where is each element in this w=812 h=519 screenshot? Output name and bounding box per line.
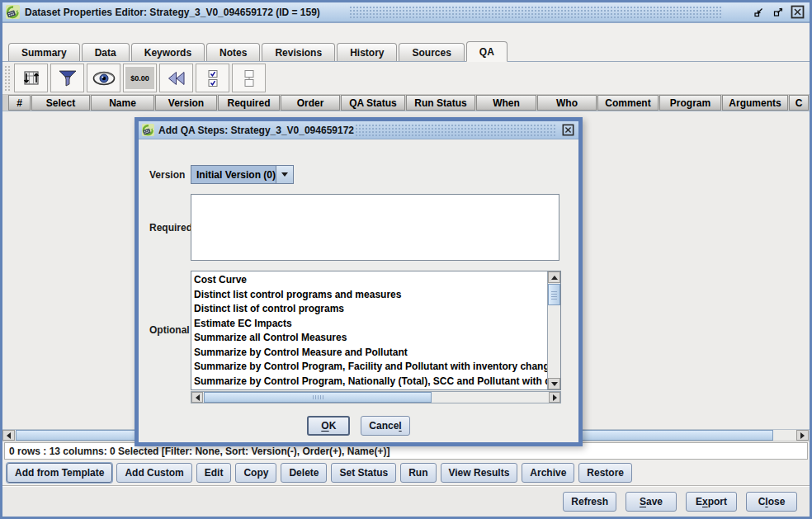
status-text: 0 rows : 13 columns: 0 Selected [Filter:… [9,446,389,457]
clear-selection-button[interactable] [232,64,266,92]
list-item[interactable]: Summarize by Control Measure and Polluta… [191,346,547,361]
column-header[interactable]: C [789,95,809,111]
scroll-right-arrow-icon[interactable] [796,430,809,441]
list-item[interactable]: Distinct list of control programs [191,302,547,317]
footer-button[interactable]: Save [626,492,677,512]
version-combobox[interactable]: Initial Version (0) [191,165,294,184]
filter-button[interactable] [50,64,84,92]
footer-button[interactable]: Refresh [563,492,616,512]
sort-columns-icon [21,68,42,88]
list-item[interactable]: Summarize by Control Program, Facility a… [191,360,547,375]
dialog-titlebar-texture [355,124,557,136]
chevron-down-icon[interactable] [276,166,293,183]
dataset-properties-editor-window: Dataset Properties Editor: Strategy_3_V0… [0,0,812,519]
column-header[interactable]: When [476,95,536,111]
optional-steps-list: Cost Curve Distinct list control program… [191,271,547,389]
tab-item[interactable]: Data [82,43,130,61]
column-header[interactable]: Order [281,95,340,111]
dialog-titlebar[interactable]: Add QA Steps: Strategy_3_V0_094659172 [139,121,578,139]
dialog-button-row: OK Cancel [139,416,578,436]
column-header[interactable]: Program [659,95,721,111]
column-header[interactable]: Select [31,95,90,111]
iconify-icon[interactable] [751,5,765,19]
format-button[interactable]: $0.00 [123,64,157,92]
tab-item[interactable]: History [337,43,397,61]
column-header[interactable]: Arguments [722,95,788,111]
optional-steps-listbox[interactable]: Cost Curve Distinct list control program… [191,271,561,390]
column-header[interactable]: Who [537,95,597,111]
qa-action-button[interactable]: Restore [578,463,632,483]
optional-label: Optional [149,324,190,336]
scroll-right-arrow-icon[interactable] [549,392,560,403]
select-all-checkboxes-icon [204,68,222,88]
footer-button[interactable]: Export [686,492,737,512]
list-horizontal-scrollbar[interactable] [191,391,561,403]
scroll-up-arrow-icon[interactable] [548,271,560,283]
qa-action-button[interactable]: View Results [441,463,518,483]
cancel-button[interactable]: Cancel [361,416,409,436]
footer-button[interactable]: Close [746,492,797,512]
reset-double-arrow-icon [167,70,186,87]
maximize-icon[interactable] [771,5,785,19]
list-item[interactable]: Distinct list control programs and measu… [191,288,547,303]
required-label: Required [149,222,192,234]
tab-item[interactable]: Sources [399,43,464,61]
qa-toolbar: $0.00 [2,62,810,95]
tab-item[interactable]: Summary [8,43,80,61]
editor-tab-bar: Summary Data Keywords Notes Revisions Hi… [2,41,810,62]
scrollbar-thumb[interactable] [204,392,432,403]
add-qa-steps-dialog: Add QA Steps: Strategy_3_V0_094659172 Ve… [135,117,583,446]
version-selected-value: Initial Version (0) [191,166,276,183]
column-header[interactable]: # [8,95,31,111]
qa-action-button[interactable]: Archive [522,463,574,483]
column-header[interactable]: Run Status [406,95,475,111]
tab-item[interactable]: Revisions [262,43,335,61]
qa-action-button[interactable]: Copy [235,463,276,483]
tab-item[interactable]: Keywords [131,43,205,61]
tab-item[interactable]: Notes [206,43,260,61]
show-hide-columns-button[interactable] [87,64,120,92]
column-header[interactable]: Comment [597,95,659,111]
list-item[interactable]: Summarize all Control Measures [191,331,547,346]
window-titlebar[interactable]: Dataset Properties Editor: Strategy_3_V0… [2,2,810,23]
qa-action-button[interactable]: Edit [196,463,232,483]
filter-funnel-icon [58,69,78,87]
required-steps-textarea[interactable] [191,194,559,261]
clear-selection-boxes-icon [240,68,258,88]
editor-footer-bar: Refresh Save Export Close [2,485,810,517]
list-vertical-scrollbar[interactable] [547,271,560,389]
show-hide-columns-eye-icon [92,71,116,86]
column-header[interactable]: Required [218,95,280,111]
window-title: Dataset Properties Editor: Strategy_3_V0… [25,7,320,18]
dialog-close-icon[interactable] [561,123,575,137]
ok-button[interactable]: OK [307,416,350,436]
list-item[interactable]: Summarize by Control Program, Nationally… [191,375,547,389]
qa-action-button[interactable]: Delete [281,463,327,483]
column-header[interactable]: Name [91,95,154,111]
qa-action-button[interactable]: Add Custom [116,463,191,483]
dialog-title: Add QA Steps: Strategy_3_V0_094659172 [158,125,354,136]
sort-button[interactable] [14,64,48,92]
list-item[interactable]: Estimate EC Impacts [191,317,547,332]
qa-action-button[interactable]: Add from Template [7,463,112,483]
list-item[interactable]: Cost Curve [191,273,547,288]
reset-button[interactable] [159,64,193,92]
scroll-down-arrow-icon[interactable] [548,378,560,389]
qa-action-button[interactable]: Run [400,463,436,483]
scrollbar-thumb[interactable] [548,284,560,305]
select-all-button[interactable] [196,64,229,92]
column-header[interactable]: QA Status [341,95,405,111]
toolbar-grip[interactable] [4,65,11,91]
scroll-left-arrow-icon[interactable] [2,430,15,441]
version-label: Version [149,169,185,181]
close-icon[interactable] [791,5,805,19]
qa-table-header: # Select Name Version Required Order QA … [2,95,810,111]
titlebar-content-gap [2,23,810,41]
scroll-left-arrow-icon[interactable] [191,392,203,403]
dialog-body: Version Initial Version (0) Required Opt… [139,139,578,442]
tab-item[interactable]: QA [466,41,508,62]
currency-format-icon: $0.00 [125,67,154,89]
titlebar-texture [349,6,722,18]
qa-action-button[interactable]: Set Status [331,463,396,483]
column-header[interactable]: Version [155,95,217,111]
